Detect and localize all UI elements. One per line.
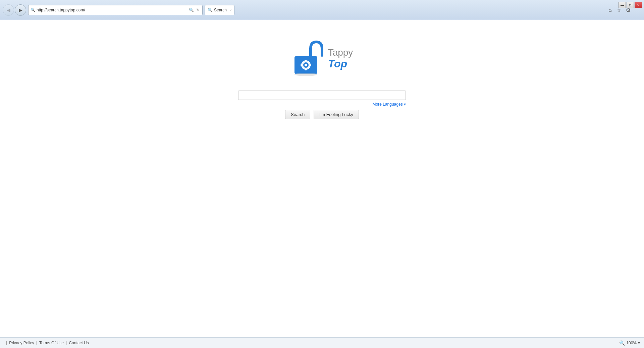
zoom-level: 100%: [626, 341, 637, 345]
nav-buttons: ◀ ▶: [3, 4, 26, 16]
more-languages-label: More Languages: [373, 102, 403, 107]
address-input[interactable]: [37, 8, 187, 12]
address-actions: 🔍 ↻: [188, 7, 200, 13]
refresh-btn[interactable]: ↻: [196, 7, 200, 13]
logo-area: Tappy Top: [291, 40, 353, 77]
browser-chrome: ◀ ▶ 🔍 🔍 ↻ 🔍 Search × ⌂ ☆ ⚙ — □ ✕: [0, 0, 644, 20]
footer-links: | Privacy Policy | Terms Of Use | Contac…: [4, 341, 89, 345]
terms-of-use-link[interactable]: Terms Of Use: [39, 341, 64, 345]
brand-tappy: Tappy: [328, 48, 353, 58]
zoom-icon: 🔍: [619, 340, 625, 346]
minimize-button[interactable]: —: [619, 2, 626, 8]
address-search-icon: 🔍: [31, 8, 35, 12]
footer-sep-2: |: [66, 341, 67, 345]
search-buttons: Search I'm Feeling Lucky: [285, 110, 359, 119]
svg-point-12: [294, 73, 317, 76]
search-address-btn[interactable]: 🔍: [188, 7, 195, 13]
zoom-control: 🔍 100% ▾: [619, 340, 640, 346]
back-icon: ◀: [7, 7, 10, 13]
footer-right: 🔍 100% ▾: [619, 340, 640, 346]
svg-rect-7: [309, 64, 311, 66]
zoom-dropdown-icon[interactable]: ▾: [638, 341, 640, 345]
search-tab-label: Search: [214, 8, 227, 12]
brand-top: Top: [328, 58, 353, 70]
home-button[interactable]: ⌂: [607, 6, 613, 14]
search-tab-close-icon[interactable]: ×: [229, 8, 231, 12]
search-tab-icon: 🔍: [208, 8, 213, 12]
address-bar[interactable]: 🔍 🔍 ↻: [28, 5, 203, 15]
search-form: More Languages ▾ Search I'm Feeling Luck…: [238, 91, 406, 119]
brand-text: Tappy Top: [328, 48, 353, 70]
main-search-input[interactable]: [238, 91, 406, 100]
footer-sep-start: |: [6, 341, 7, 345]
back-button[interactable]: ◀: [3, 4, 14, 16]
page-content: Tappy Top More Languages ▾ Search I'm Fe…: [0, 20, 644, 337]
svg-rect-6: [301, 64, 303, 66]
lucky-button[interactable]: I'm Feeling Lucky: [314, 110, 359, 119]
search-button[interactable]: Search: [285, 110, 310, 119]
privacy-policy-link[interactable]: Privacy Policy: [9, 341, 34, 345]
forward-button[interactable]: ▶: [15, 4, 26, 16]
close-button[interactable]: ✕: [635, 2, 642, 8]
svg-rect-5: [305, 68, 307, 70]
more-languages-row[interactable]: More Languages ▾: [238, 102, 406, 107]
footer-sep-1: |: [36, 341, 37, 345]
more-languages-arrow: ▾: [404, 102, 406, 107]
search-tab[interactable]: 🔍 Search ×: [205, 5, 234, 15]
logo-icon: [291, 40, 325, 77]
window-controls: — □ ✕: [619, 2, 642, 8]
maximize-button[interactable]: □: [627, 2, 634, 8]
footer: | Privacy Policy | Terms Of Use | Contac…: [0, 337, 644, 348]
contact-us-link[interactable]: Contact Us: [69, 341, 89, 345]
forward-icon: ▶: [19, 7, 22, 13]
svg-rect-4: [305, 60, 307, 62]
svg-point-3: [305, 64, 307, 66]
